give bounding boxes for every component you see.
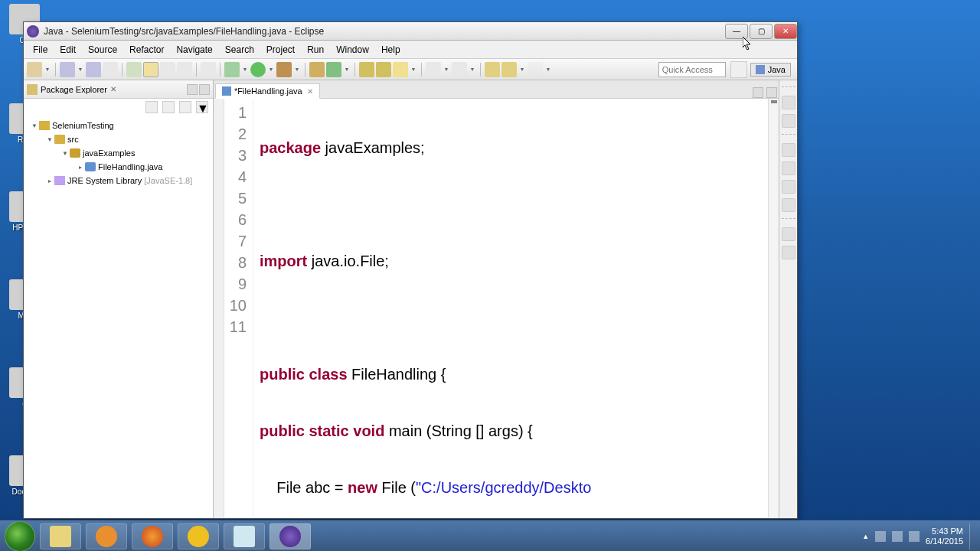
- taskbar-clock[interactable]: 5:43 PM 6/14/2015: [926, 527, 963, 546]
- taskbar-media-player[interactable]: [86, 523, 127, 549]
- package-node[interactable]: javaExamples: [83, 148, 135, 158]
- save-button[interactable]: [60, 62, 75, 77]
- problems-view-button[interactable]: [782, 143, 795, 157]
- new-button[interactable]: [27, 62, 42, 77]
- editor-tab[interactable]: *FileHandling.java ✕: [215, 83, 320, 99]
- javadoc-view-button[interactable]: [782, 161, 795, 175]
- tree-toggle-icon[interactable]: ▼: [45, 136, 54, 143]
- menu-search[interactable]: Search: [219, 42, 260, 57]
- last-edit-button[interactable]: [485, 62, 500, 77]
- save-all-button[interactable]: [86, 62, 101, 77]
- dropdown-icon[interactable]: ▼: [267, 67, 275, 72]
- tray-network-icon[interactable]: [892, 531, 903, 542]
- outline-view-button[interactable]: [782, 96, 795, 109]
- tree-toggle-icon[interactable]: ▼: [60, 150, 70, 157]
- code-content[interactable]: package javaExamples; import java.io.Fil…: [253, 99, 768, 518]
- menu-project[interactable]: Project: [260, 42, 301, 57]
- tree-toggle-icon[interactable]: ▸: [76, 164, 85, 171]
- toggle-mark-button[interactable]: [143, 62, 158, 77]
- task-list-button[interactable]: [782, 114, 795, 128]
- menu-navigate[interactable]: Navigate: [170, 42, 218, 57]
- open-perspective-button[interactable]: [730, 61, 747, 78]
- project-icon: [39, 121, 50, 130]
- maximize-button[interactable]: ▢: [750, 24, 773, 39]
- maximize-view-button[interactable]: [199, 84, 210, 95]
- console-view-button[interactable]: [782, 198, 795, 212]
- link-editor-button[interactable]: [162, 101, 175, 113]
- menu-help[interactable]: Help: [375, 42, 407, 57]
- taskbar-explorer[interactable]: [40, 523, 81, 549]
- java-perspective-button[interactable]: Java: [750, 63, 791, 77]
- tree-toggle-icon[interactable]: ▸: [45, 178, 54, 184]
- open-type-button[interactable]: [359, 62, 374, 77]
- show-desktop-button[interactable]: [969, 523, 975, 549]
- menu-edit[interactable]: Edit: [54, 42, 82, 57]
- minimize-editor-button[interactable]: [753, 87, 763, 98]
- new-package-button[interactable]: [309, 62, 325, 77]
- trim-button[interactable]: [782, 246, 795, 259]
- dropdown-icon[interactable]: ▼: [469, 67, 476, 72]
- close-button[interactable]: ✕: [774, 24, 797, 39]
- menu-run[interactable]: Run: [301, 42, 330, 57]
- quick-access-input[interactable]: [658, 62, 726, 77]
- taskbar-notepad[interactable]: [224, 523, 265, 549]
- overview-ruler[interactable]: [768, 99, 779, 518]
- taskbar-firefox[interactable]: [132, 523, 173, 549]
- taskbar-gotomeeting[interactable]: [178, 523, 219, 549]
- minimize-view-button[interactable]: [187, 84, 198, 95]
- tree-toggle-icon[interactable]: ▼: [30, 122, 39, 129]
- back-button[interactable]: [501, 62, 517, 77]
- dropdown-icon[interactable]: ▼: [518, 67, 526, 72]
- editor-tab-label: *FileHandling.java: [234, 86, 302, 96]
- maximize-editor-button[interactable]: [766, 87, 777, 98]
- run-last-button[interactable]: [276, 62, 292, 77]
- tab-close-icon[interactable]: ✕: [307, 87, 313, 96]
- search-button[interactable]: [393, 62, 408, 77]
- print-button[interactable]: [103, 62, 118, 77]
- src-node[interactable]: src: [67, 135, 79, 144]
- tray-flag-icon[interactable]: [875, 531, 886, 542]
- show-whitespace-button[interactable]: [177, 62, 192, 77]
- debug-button[interactable]: [224, 62, 240, 77]
- annotation-button[interactable]: [201, 62, 216, 77]
- declaration-view-button[interactable]: [782, 180, 795, 194]
- start-button[interactable]: [5, 521, 35, 552]
- menu-refactor[interactable]: Refactor: [123, 42, 170, 57]
- menu-file[interactable]: File: [27, 42, 54, 57]
- dropdown-icon[interactable]: ▼: [44, 67, 51, 72]
- taskbar-eclipse[interactable]: [270, 523, 311, 549]
- code-editor[interactable]: 1234567891011 package javaExamples; impo…: [214, 99, 779, 518]
- marker-bar[interactable]: [214, 99, 224, 518]
- toggle-block-button[interactable]: [160, 62, 175, 77]
- dropdown-icon[interactable]: ▼: [241, 67, 249, 72]
- tray-volume-icon[interactable]: [909, 531, 920, 542]
- dropdown-icon[interactable]: ▼: [443, 67, 450, 72]
- java-file-node[interactable]: FileHandling.java: [98, 162, 162, 171]
- view-close-icon[interactable]: ✕: [110, 85, 116, 93]
- toggle-breadcrumb-button[interactable]: [126, 62, 142, 77]
- prev-annotation-button[interactable]: [452, 62, 467, 77]
- menu-window[interactable]: Window: [330, 42, 375, 57]
- show-hidden-icons[interactable]: ▲: [862, 533, 869, 540]
- minimize-button[interactable]: —: [725, 24, 748, 39]
- next-annotation-button[interactable]: [426, 62, 441, 77]
- library-node[interactable]: JRE System Library [JavaSE-1.8]: [67, 176, 192, 185]
- project-node[interactable]: SeleniumTesting: [52, 121, 114, 130]
- package-tree[interactable]: ▼ SeleniumTesting ▼ src ▼ javaExamples ▸: [24, 116, 213, 518]
- dropdown-icon[interactable]: ▼: [544, 67, 552, 72]
- dropdown-icon[interactable]: ▼: [343, 67, 351, 72]
- focus-task-button[interactable]: [179, 101, 191, 113]
- package-explorer-title: Package Explorer: [41, 85, 107, 94]
- menu-source[interactable]: Source: [82, 42, 123, 57]
- dropdown-icon[interactable]: ▼: [410, 67, 417, 72]
- run-button[interactable]: [250, 62, 266, 77]
- trim-button[interactable]: [782, 227, 795, 241]
- dropdown-icon[interactable]: ▼: [77, 67, 84, 72]
- view-menu-button[interactable]: ▼: [196, 101, 208, 113]
- open-task-button[interactable]: [376, 62, 391, 77]
- titlebar[interactable]: Java - SeleniumTesting/src/javaExamples/…: [24, 22, 797, 41]
- forward-button[interactable]: [528, 62, 543, 77]
- collapse-all-button[interactable]: [145, 101, 158, 113]
- dropdown-icon[interactable]: ▼: [293, 67, 301, 72]
- new-class-button[interactable]: [326, 62, 341, 77]
